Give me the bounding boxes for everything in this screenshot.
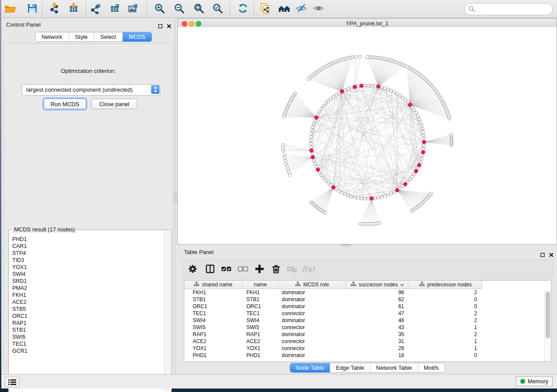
mcds-node[interactable] xyxy=(315,116,318,119)
network-node[interactable] xyxy=(310,129,313,132)
mcds-result-item[interactable]: TEC1 xyxy=(12,340,164,347)
network-node[interactable] xyxy=(284,159,287,162)
network-node[interactable] xyxy=(327,182,330,185)
zoom-selected-button[interactable] xyxy=(210,2,225,15)
close-panel-icon[interactable] xyxy=(167,22,171,30)
mcds-node[interactable] xyxy=(395,189,399,192)
table-cell[interactable]: 29 xyxy=(346,345,409,352)
network-node[interactable] xyxy=(307,77,310,80)
table-cell[interactable]: YOX1 xyxy=(242,345,279,352)
network-node[interactable] xyxy=(310,132,313,135)
table-cell[interactable]: SWI4 xyxy=(242,317,279,324)
network-node[interactable] xyxy=(360,197,363,200)
memory-button[interactable]: Memory xyxy=(516,376,553,386)
table-cell[interactable]: 61 xyxy=(346,303,409,310)
network-node[interactable] xyxy=(384,194,387,197)
mcds-list-scrollbar[interactable] xyxy=(164,230,171,392)
network-node[interactable] xyxy=(367,84,370,87)
table-settings-button[interactable] xyxy=(187,263,199,275)
table-row[interactable]: STB1STB1dominator620 xyxy=(184,296,545,303)
first-neighbors-button[interactable] xyxy=(277,2,292,15)
table-cell[interactable]: 0 xyxy=(409,352,482,359)
save-button[interactable] xyxy=(25,2,40,15)
mcds-node[interactable] xyxy=(408,103,412,107)
mcds-node[interactable] xyxy=(360,84,363,87)
table-cell[interactable]: dominator xyxy=(279,289,346,296)
table-cell[interactable]: dominator xyxy=(279,352,346,359)
network-node[interactable] xyxy=(411,175,414,178)
refresh-button[interactable] xyxy=(235,2,250,15)
network-node[interactable] xyxy=(313,162,316,165)
import-table-button[interactable] xyxy=(66,2,81,15)
network-node[interactable] xyxy=(350,86,353,89)
tab-select[interactable]: Select xyxy=(94,32,122,41)
table-cell[interactable]: dominator xyxy=(279,317,346,324)
network-node[interactable] xyxy=(422,134,425,137)
network-node[interactable] xyxy=(322,176,325,179)
network-node[interactable] xyxy=(332,95,335,98)
export-network-button[interactable] xyxy=(89,2,104,15)
close-panel-button[interactable]: Close panel xyxy=(91,99,137,109)
table-cell[interactable]: ACE2 xyxy=(242,338,279,345)
run-mcds-button[interactable]: Run MCDS xyxy=(44,99,86,109)
mcds-node[interactable] xyxy=(332,186,335,189)
close-table-panel-icon[interactable] xyxy=(549,251,554,259)
network-node[interactable] xyxy=(350,195,353,198)
tab-network-table[interactable]: Network Table xyxy=(370,363,418,372)
mcds-node[interactable] xyxy=(422,140,426,144)
network-node[interactable] xyxy=(429,192,432,195)
table-cell[interactable]: YOX1 xyxy=(184,345,242,352)
table-cell[interactable]: ACE2 xyxy=(184,338,242,345)
zoom-fit-button[interactable] xyxy=(191,2,206,15)
mcds-result-item[interactable]: TID3 xyxy=(12,257,164,264)
table-row[interactable]: FKH1FKH1dominator962 xyxy=(184,289,545,296)
network-node[interactable] xyxy=(377,222,381,225)
network-node[interactable] xyxy=(288,173,291,176)
table-cell[interactable]: dominator xyxy=(279,296,346,303)
table-cell[interactable]: RAP1 xyxy=(242,331,279,338)
network-node[interactable] xyxy=(283,154,286,157)
import-network-button[interactable] xyxy=(47,2,62,15)
network-node[interactable] xyxy=(363,197,367,200)
table-row[interactable]: TEC1TEC1connector472 xyxy=(184,310,545,317)
mcds-node[interactable] xyxy=(340,89,344,93)
table-cell[interactable]: dominator xyxy=(279,303,346,310)
table-cell[interactable]: 2 xyxy=(409,331,482,338)
network-node[interactable] xyxy=(347,194,350,197)
network-node[interactable] xyxy=(358,55,361,58)
table-cell[interactable]: 1 xyxy=(409,324,482,331)
table-scrollbar-thumb[interactable] xyxy=(546,292,550,338)
table-cell[interactable]: ORC1 xyxy=(242,303,279,310)
network-node[interactable] xyxy=(390,89,393,92)
network-node[interactable] xyxy=(384,87,387,90)
mcds-node[interactable] xyxy=(316,168,320,171)
column-header-name[interactable]: name xyxy=(242,281,279,289)
network-node[interactable] xyxy=(311,125,314,128)
network-node[interactable] xyxy=(419,120,422,124)
table-cell[interactable]: dominator xyxy=(279,331,346,338)
table-cell[interactable]: 1 xyxy=(409,338,482,345)
task-history-button[interactable] xyxy=(5,377,19,387)
network-node[interactable] xyxy=(309,146,312,149)
network-node[interactable] xyxy=(370,84,373,87)
table-cell[interactable]: PHD1 xyxy=(184,352,242,359)
delete-button[interactable] xyxy=(270,263,282,275)
export-table-button[interactable] xyxy=(107,2,122,15)
table-cell[interactable]: connector xyxy=(279,324,346,331)
table-row[interactable]: RAP1RAP1dominator352 xyxy=(184,331,545,338)
network-node[interactable] xyxy=(398,94,401,97)
network-node[interactable] xyxy=(324,102,327,105)
table-cell[interactable]: 62 xyxy=(346,296,409,303)
table-cell[interactable]: connector xyxy=(279,310,346,317)
mcds-result-item[interactable]: PMA2 xyxy=(12,285,164,292)
network-node[interactable] xyxy=(450,133,453,136)
network-node[interactable] xyxy=(393,91,396,94)
network-node[interactable] xyxy=(421,127,424,130)
table-cell[interactable]: SWI5 xyxy=(242,324,279,331)
mcds-result-item[interactable]: STP4 xyxy=(12,250,164,257)
network-node[interactable] xyxy=(387,88,390,91)
mcds-node[interactable] xyxy=(377,85,380,88)
table-row[interactable]: ORC1ORC1dominator610 xyxy=(184,303,545,310)
table-scrollbar[interactable] xyxy=(544,289,551,361)
table-cell[interactable]: connector xyxy=(279,345,346,352)
